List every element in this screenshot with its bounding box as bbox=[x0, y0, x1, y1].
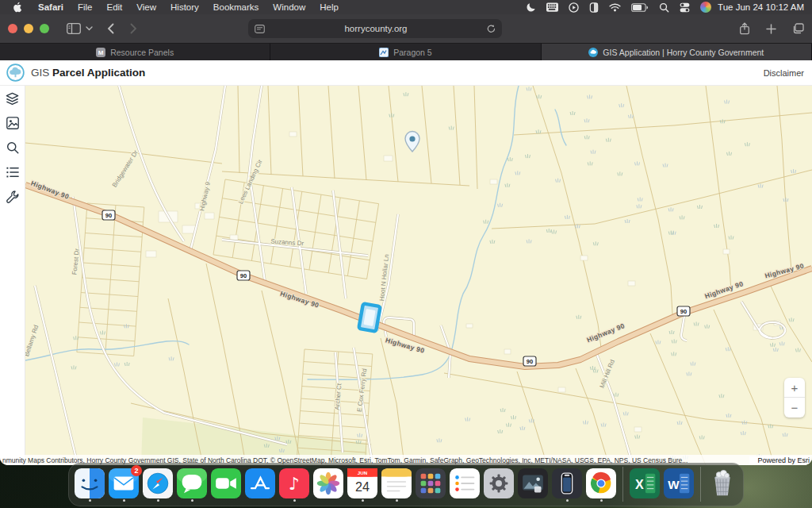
zoom-in-button[interactable]: + bbox=[784, 378, 805, 398]
svg-text:90: 90 bbox=[527, 358, 533, 365]
chevron-down-icon[interactable] bbox=[86, 26, 93, 31]
keyboard-icon[interactable] bbox=[546, 2, 558, 12]
back-button[interactable] bbox=[107, 23, 114, 34]
share-icon[interactable] bbox=[739, 22, 750, 35]
menu-item-safari[interactable]: Safari bbox=[31, 2, 71, 12]
menu-item-window[interactable]: Window bbox=[266, 2, 312, 12]
address-bar[interactable]: horrycounty.org bbox=[248, 19, 502, 38]
parcel-boundary bbox=[454, 86, 460, 185]
settings-app-icon[interactable] bbox=[484, 468, 514, 498]
minimize-window-button[interactable] bbox=[24, 24, 33, 33]
iphone-mirroring-app-icon[interactable] bbox=[552, 468, 582, 498]
zoom-window-button[interactable] bbox=[40, 24, 49, 33]
photos-app-icon[interactable] bbox=[313, 468, 343, 498]
dock-item-appstore[interactable] bbox=[245, 468, 275, 502]
legend-tool-icon[interactable] bbox=[5, 164, 21, 180]
tab-gis-application-horry-county-g[interactable]: GIS Application | Horry County Governmen… bbox=[542, 44, 812, 60]
selected-parcel-highlight[interactable] bbox=[358, 303, 380, 331]
dock-item-music[interactable]: ♪ bbox=[279, 468, 309, 502]
map-canvas[interactable]: 90909090Highway 90Highway 90Highway 90Hi… bbox=[25, 86, 812, 465]
dock-item-messages[interactable] bbox=[177, 468, 207, 502]
safari-app-icon[interactable] bbox=[143, 468, 173, 498]
dock-item-photos[interactable] bbox=[313, 468, 343, 502]
display-toggle-icon[interactable] bbox=[589, 2, 599, 13]
word-app-icon[interactable]: W bbox=[664, 468, 694, 498]
menu-item-edit[interactable]: Edit bbox=[100, 2, 130, 12]
control-center-icon[interactable] bbox=[680, 2, 690, 13]
dock-item-launchpad[interactable] bbox=[416, 468, 446, 502]
search-icon[interactable] bbox=[659, 2, 669, 13]
tab-favicon bbox=[588, 48, 598, 57]
running-indicator-dot bbox=[225, 499, 228, 502]
messages-app-icon[interactable] bbox=[177, 468, 207, 498]
excel-app-icon[interactable]: X bbox=[630, 468, 660, 498]
basemap-tool-icon[interactable] bbox=[5, 115, 21, 131]
parcel-boundary bbox=[389, 86, 398, 182]
menu-item-history[interactable]: History bbox=[163, 2, 206, 12]
facetime-app-icon[interactable] bbox=[211, 468, 241, 498]
apple-menu-icon[interactable] bbox=[13, 2, 23, 13]
layers-tool-icon[interactable] bbox=[5, 90, 21, 106]
media-app-icon[interactable] bbox=[518, 468, 548, 498]
parcel-map[interactable]: 90909090Highway 90Highway 90Highway 90Hi… bbox=[25, 86, 812, 465]
vegetation-mark bbox=[490, 240, 495, 244]
reload-icon[interactable] bbox=[487, 24, 496, 33]
calendar-app-icon[interactable]: JUN24 bbox=[347, 468, 377, 498]
content-area: 90909090Highway 90Highway 90Highway 90Hi… bbox=[0, 86, 812, 465]
map-label: Bridgewater Dr bbox=[111, 148, 140, 188]
disclaimer-link[interactable]: Disclaimer bbox=[764, 68, 804, 78]
zoom-out-button[interactable]: − bbox=[784, 398, 805, 418]
new-tab-icon[interactable] bbox=[766, 24, 776, 34]
music-app-icon[interactable]: ♪ bbox=[279, 468, 309, 498]
play-circle-icon[interactable] bbox=[569, 2, 579, 13]
desktop: Safari File Edit View History Bookmarks … bbox=[0, 0, 812, 508]
reminders-app-icon[interactable] bbox=[450, 468, 480, 498]
wifi-icon[interactable] bbox=[609, 3, 621, 12]
launchpad-app-icon[interactable] bbox=[416, 468, 446, 498]
vegetation-mark bbox=[584, 135, 589, 139]
dock-item-chrome[interactable] bbox=[586, 468, 616, 502]
vegetation-mark bbox=[449, 126, 454, 130]
appstore-app-icon[interactable] bbox=[245, 468, 275, 498]
map-label: Forest Dr bbox=[71, 248, 80, 275]
dock-item-finder[interactable] bbox=[75, 468, 105, 502]
tab-resource-panels[interactable]: MResource Panels bbox=[0, 44, 270, 60]
avatar[interactable] bbox=[700, 2, 711, 13]
tools-tool-icon[interactable] bbox=[5, 189, 21, 205]
dock-item-media[interactable] bbox=[518, 468, 548, 502]
dock-item-trash[interactable] bbox=[707, 468, 737, 502]
search-tool-icon[interactable] bbox=[5, 140, 21, 156]
menu-item-view[interactable]: View bbox=[129, 2, 163, 12]
dock-item-settings[interactable] bbox=[484, 468, 514, 502]
dock-item-facetime[interactable] bbox=[211, 468, 241, 502]
notes-app-icon[interactable] bbox=[381, 468, 412, 498]
forward-button[interactable] bbox=[130, 23, 137, 34]
dock-item-mail[interactable]: 2 bbox=[109, 468, 139, 502]
close-window-button[interactable] bbox=[8, 24, 17, 33]
dock-item-excel[interactable]: X bbox=[630, 468, 660, 502]
dock-item-safari[interactable] bbox=[143, 468, 173, 502]
vegetation-mark bbox=[680, 215, 684, 219]
sidebar-toggle-icon[interactable] bbox=[67, 23, 81, 34]
mail-app-icon[interactable]: 2 bbox=[109, 468, 139, 498]
location-pin[interactable] bbox=[405, 132, 419, 152]
vegetation-mark bbox=[669, 330, 674, 334]
tab-overview-icon[interactable] bbox=[792, 23, 804, 34]
menu-item-help[interactable]: Help bbox=[312, 2, 346, 12]
parcel-boundary bbox=[444, 373, 812, 429]
chrome-app-icon[interactable] bbox=[586, 468, 616, 498]
site-settings-icon[interactable] bbox=[255, 25, 265, 33]
tab-paragon-5[interactable]: Paragon 5 bbox=[270, 44, 541, 60]
moon-icon[interactable] bbox=[526, 2, 536, 13]
finder-app-icon[interactable] bbox=[75, 468, 105, 498]
menu-item-bookmarks[interactable]: Bookmarks bbox=[206, 2, 266, 12]
menu-item-file[interactable]: File bbox=[71, 2, 100, 12]
dock-item-reminders[interactable] bbox=[450, 468, 480, 502]
trash-app-icon[interactable] bbox=[707, 468, 737, 498]
menu-clock[interactable]: Tue Jun 24 10:12 AM bbox=[718, 2, 804, 12]
dock-item-calendar[interactable]: JUN24 bbox=[347, 468, 377, 502]
battery-icon[interactable] bbox=[631, 3, 649, 12]
dock-item-iphone-mirroring[interactable] bbox=[552, 468, 582, 502]
dock-item-notes[interactable] bbox=[381, 468, 412, 502]
dock-item-word[interactable]: W bbox=[664, 468, 694, 502]
